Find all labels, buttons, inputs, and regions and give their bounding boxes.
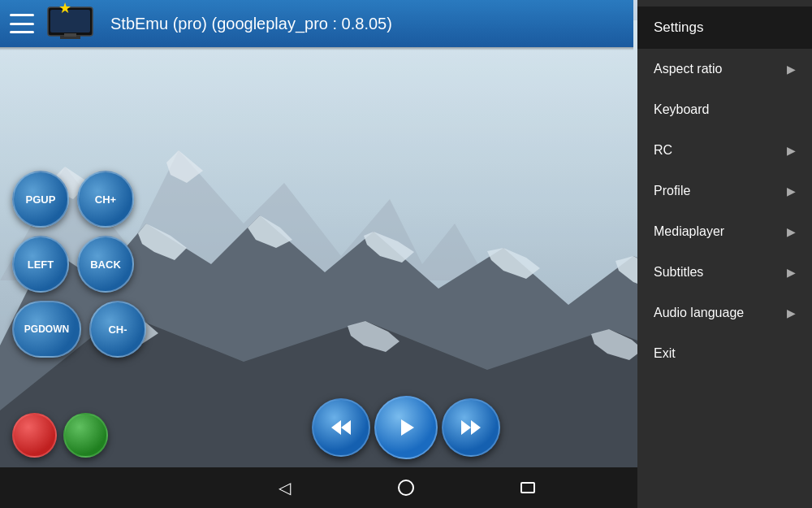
nav-recents-button[interactable] (516, 475, 540, 500)
svg-rect-18 (64, 33, 76, 37)
menu-item-exit[interactable]: Exit (637, 333, 812, 374)
rewind-button[interactable] (312, 398, 370, 457)
middle-btn-row: LEFT BACK (12, 236, 146, 293)
svg-marker-20 (341, 420, 351, 435)
rc-label: RC (654, 143, 672, 158)
chevron-right-icon-profile: ▶ (787, 185, 796, 198)
menu-item-audio-language[interactable]: Audio language ▶ (637, 293, 812, 333)
menu-item-settings[interactable]: Settings (637, 7, 812, 49)
subtitles-label: Subtitles (654, 265, 703, 280)
nav-back-button[interactable]: ◁ (272, 475, 296, 500)
aspect-ratio-label: Aspect ratio (654, 62, 722, 76)
menu-item-subtitles[interactable]: Subtitles ▶ (637, 252, 812, 293)
menu-item-rc[interactable]: RC ▶ (637, 130, 812, 171)
chevron-right-icon: ▶ (787, 63, 796, 76)
hamburger-menu-button[interactable] (10, 14, 34, 33)
exit-label: Exit (654, 346, 676, 361)
profile-label: Profile (654, 184, 690, 198)
ch-minus-button[interactable]: CH- (89, 301, 146, 358)
left-button[interactable]: LEFT (12, 236, 69, 293)
left-controls-panel: PGUP CH+ LEFT BACK PGDOWN CH- (0, 163, 158, 366)
chevron-right-icon-audio: ▶ (787, 306, 796, 319)
menu-item-aspect-ratio[interactable]: Aspect ratio ▶ (637, 49, 812, 89)
fast-forward-button[interactable] (442, 398, 500, 457)
star-badge-icon: ★ (58, 0, 71, 17)
chevron-right-icon-subtitles: ▶ (787, 266, 796, 279)
bottom-btn-row: PGDOWN CH- (12, 301, 146, 358)
fast-forward-icon (459, 415, 483, 440)
menu-item-mediaplayer[interactable]: Mediaplayer ▶ (637, 211, 812, 252)
audio-language-label: Audio language (654, 306, 744, 320)
top-btn-row: PGUP CH+ (12, 171, 146, 228)
app-header: ★ StbEmu (pro) (googleplay_pro : 0.8.05) (0, 0, 633, 47)
svg-marker-19 (331, 420, 341, 435)
svg-rect-25 (521, 483, 534, 493)
menu-item-keyboard[interactable]: Keyboard (637, 89, 812, 130)
nav-home-button[interactable] (394, 475, 418, 500)
svg-marker-22 (461, 420, 471, 435)
context-menu: Settings Aspect ratio ▶ Keyboard RC ▶ Pr… (637, 0, 812, 508)
keyboard-label: Keyboard (654, 102, 710, 117)
play-button[interactable] (374, 396, 438, 459)
svg-point-24 (399, 480, 413, 495)
app-logo-container: ★ (44, 3, 101, 44)
nav-recents-icon (520, 480, 536, 496)
ch-plus-button[interactable]: CH+ (77, 171, 134, 228)
play-icon (393, 415, 419, 441)
nav-back-icon: ◁ (279, 478, 291, 497)
app-title: StbEmu (pro) (googleplay_pro : 0.8.05) (110, 15, 624, 33)
header-shadow (0, 47, 633, 50)
rewind-icon (329, 415, 353, 440)
nav-home-icon (397, 479, 415, 497)
pgdown-button[interactable]: PGDOWN (12, 301, 81, 358)
chevron-right-icon-rc: ▶ (787, 144, 796, 157)
menu-item-profile[interactable]: Profile ▶ (637, 171, 812, 211)
pgup-button[interactable]: PGUP (12, 171, 69, 228)
settings-label: Settings (654, 20, 703, 36)
chevron-right-icon-mediaplayer: ▶ (787, 225, 796, 238)
back-button[interactable]: BACK (77, 236, 134, 293)
svg-marker-23 (471, 420, 481, 435)
svg-marker-21 (401, 419, 414, 436)
mediaplayer-label: Mediaplayer (654, 224, 724, 239)
